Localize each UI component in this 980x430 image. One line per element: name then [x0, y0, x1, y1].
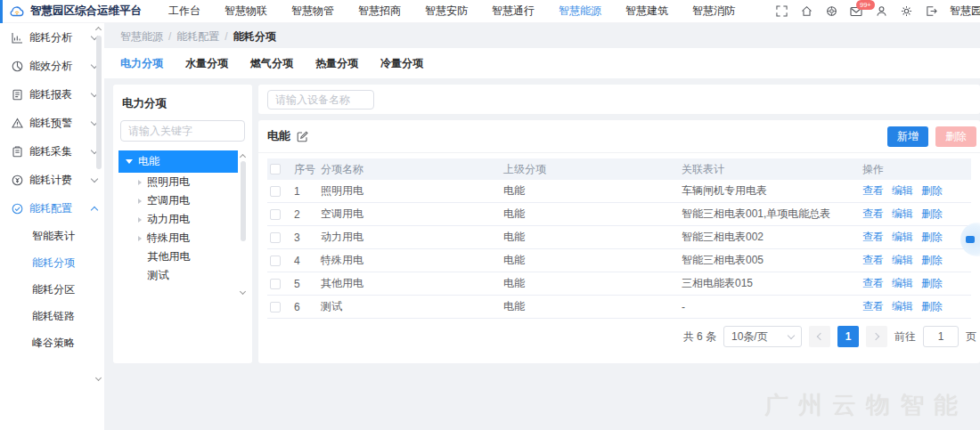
row-checkbox[interactable]: [270, 256, 281, 266]
delete-link[interactable]: 删除: [921, 276, 943, 291]
sidebar-item-energy-config[interactable]: 能耗配置: [0, 194, 104, 223]
tree-node-test[interactable]: 测试: [118, 266, 238, 285]
view-link[interactable]: 查看: [862, 253, 884, 268]
table-row: 1 照明用电 电能 车辆闸机专用电表 查看编辑删除: [267, 180, 971, 203]
row-checkbox[interactable]: [270, 232, 281, 243]
scrollbar-thumb[interactable]: [96, 36, 102, 169]
delete-link[interactable]: 删除: [921, 299, 943, 314]
delete-link[interactable]: 删除: [921, 183, 943, 199]
view-link[interactable]: 查看: [862, 230, 884, 245]
add-button[interactable]: 新增: [887, 126, 928, 147]
sidebar-item-energy-analysis[interactable]: 能耗分析: [0, 23, 104, 52]
sidebar-item-energy-alert[interactable]: 能耗预警: [0, 109, 104, 137]
menu-leasing[interactable]: 智慧招商: [358, 4, 401, 19]
tree-node-ac[interactable]: 空调用电: [118, 191, 238, 210]
gear-icon[interactable]: [900, 5, 912, 18]
menu-fire[interactable]: 智慧消防: [692, 4, 735, 19]
tree-node-root[interactable]: 电能: [118, 150, 238, 173]
sidebar-item-efficiency-analysis[interactable]: 能效分析: [0, 52, 104, 80]
fullscreen-icon[interactable]: [775, 5, 788, 18]
breadcrumb: 智慧能源 / 能耗配置 / 能耗分项: [120, 27, 276, 46]
sidebar-subitem-smart-meters[interactable]: 智能表计: [0, 223, 104, 249]
current-page-button[interactable]: 1: [837, 326, 859, 347]
device-search-input[interactable]: [267, 90, 374, 110]
scroll-up-icon[interactable]: [96, 25, 102, 31]
row-checkbox[interactable]: [270, 279, 281, 289]
menu-energy[interactable]: 智慧能源: [559, 4, 601, 19]
menu-iot[interactable]: 智慧物联: [225, 4, 267, 19]
tree-node-power[interactable]: 动力用电: [118, 210, 238, 229]
sidebar-scrollbar[interactable]: [94, 25, 104, 428]
breadcrumb-energy[interactable]: 智慧能源: [120, 29, 163, 45]
logout-icon[interactable]: [925, 5, 937, 18]
menu-access[interactable]: 智慧通行: [492, 4, 535, 19]
edit-link[interactable]: 编辑: [892, 230, 913, 245]
edit-link[interactable]: 编辑: [892, 253, 913, 268]
tab-cooling[interactable]: 冷量分项: [380, 56, 423, 71]
page-size-select[interactable]: 10条/页: [723, 326, 802, 347]
home-icon[interactable]: [800, 5, 813, 18]
view-link[interactable]: 查看: [862, 207, 884, 222]
edit-link[interactable]: 编辑: [892, 276, 913, 291]
edit-link[interactable]: 编辑: [892, 183, 913, 199]
category-tabs: 电力分项 水量分项 燃气分项 热量分项 冷量分项: [104, 48, 980, 78]
caret-collapsed-icon[interactable]: [138, 180, 142, 185]
view-link[interactable]: 查看: [862, 299, 884, 314]
keyword-search-input[interactable]: [120, 120, 245, 142]
caret-collapsed-icon[interactable]: [138, 236, 142, 241]
tree-node-other[interactable]: 其他用电: [118, 247, 238, 266]
tree-scrollbar[interactable]: [239, 150, 249, 297]
sidebar-item-energy-report[interactable]: 能耗报表: [0, 80, 104, 109]
row-checkbox[interactable]: [270, 302, 281, 312]
mail-icon[interactable]: 99+: [850, 5, 862, 18]
scroll-up-icon[interactable]: [241, 152, 247, 158]
breadcrumb-config[interactable]: 能耗配置: [176, 29, 219, 45]
menu-property[interactable]: 智慧物管: [291, 4, 334, 19]
pie-chart-icon: [12, 61, 23, 72]
goto-page-input[interactable]: [923, 326, 959, 347]
tree-node-special[interactable]: 特殊用电: [118, 229, 238, 247]
scroll-down-icon[interactable]: [241, 289, 247, 296]
user-icon[interactable]: [875, 5, 887, 18]
next-page-button[interactable]: [866, 326, 887, 347]
helm-settings-icon[interactable]: [825, 5, 837, 18]
view-link[interactable]: 查看: [862, 183, 884, 199]
card-header: 电能 新增 删除: [258, 120, 980, 153]
menu-security[interactable]: 智慧安防: [425, 4, 468, 19]
tab-electric[interactable]: 电力分项: [120, 56, 163, 71]
username[interactable]: 智慧园区: [950, 4, 980, 19]
sidebar-item-energy-billing[interactable]: 能耗计费: [0, 166, 104, 194]
menu-workbench[interactable]: 工作台: [168, 4, 200, 19]
delete-button[interactable]: 删除: [935, 126, 976, 147]
delete-link[interactable]: 删除: [921, 207, 943, 222]
edit-link[interactable]: 编辑: [892, 207, 913, 222]
select-all-checkbox[interactable]: [270, 164, 281, 174]
edit-icon[interactable]: [297, 131, 308, 142]
delete-link[interactable]: 删除: [921, 230, 943, 245]
row-checkbox[interactable]: [270, 209, 281, 220]
view-link[interactable]: 查看: [862, 276, 884, 291]
tree-node-lighting[interactable]: 照明用电: [118, 173, 238, 191]
delete-link[interactable]: 删除: [921, 253, 943, 268]
row-checkbox[interactable]: [270, 186, 281, 197]
sidebar-subitem-peak-valley[interactable]: 峰谷策略: [0, 329, 104, 356]
tab-gas[interactable]: 燃气分项: [250, 56, 293, 71]
sidebar-subitem-energy-subitem[interactable]: 能耗分项: [0, 249, 104, 276]
sidebar-subitem-energy-link[interactable]: 能耗链路: [0, 303, 104, 329]
sidebar-subitem-energy-zone[interactable]: 能耗分区: [0, 276, 104, 303]
scrollbar-thumb[interactable]: [241, 161, 246, 241]
tab-water[interactable]: 水量分项: [185, 56, 228, 71]
message-count-badge: 99+: [856, 0, 875, 10]
caret-expanded-icon[interactable]: [126, 159, 133, 164]
caret-collapsed-icon[interactable]: [138, 199, 142, 204]
warning-icon: [12, 118, 23, 129]
edit-link[interactable]: 编辑: [892, 299, 913, 314]
bar-chart-icon: [12, 32, 23, 44]
caret-collapsed-icon[interactable]: [138, 217, 142, 223]
scroll-down-icon[interactable]: [96, 376, 102, 382]
sidebar-item-energy-collection[interactable]: 能耗采集: [0, 137, 104, 166]
config-check-icon: [12, 203, 23, 215]
prev-page-button[interactable]: [809, 326, 830, 347]
menu-building[interactable]: 智慧建筑: [625, 4, 668, 19]
tab-heat[interactable]: 热量分项: [315, 56, 358, 71]
